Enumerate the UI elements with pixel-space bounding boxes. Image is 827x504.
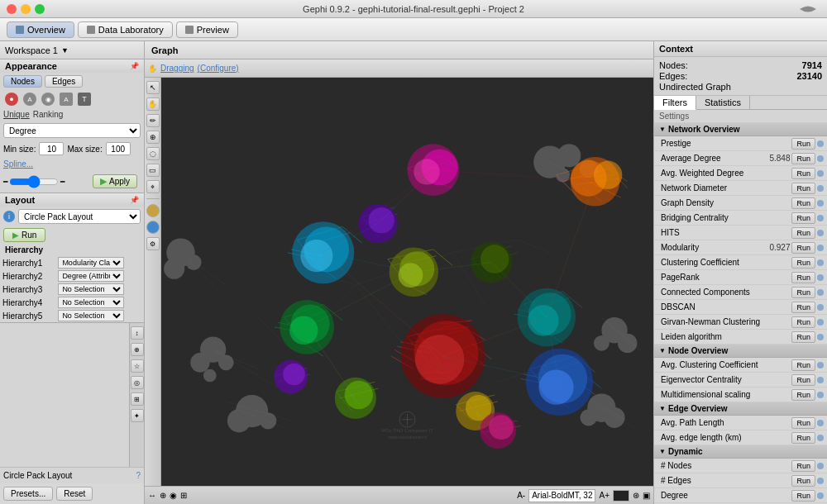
filters-tab[interactable]: Filters <box>654 96 696 110</box>
graph-tool-pencil[interactable]: ✏ <box>146 114 160 127</box>
dynamic-degree-run-btn[interactable]: Run <box>791 490 815 502</box>
avg-clustering-run-btn[interactable]: Run <box>791 359 815 371</box>
layout-help-icon[interactable]: ? <box>136 471 141 480</box>
center-area: Graph ✋ Dragging (Configure) ↖ ✋ ✏ ⊕ ◌ ▭… <box>145 41 653 504</box>
graph-density-run-btn[interactable]: Run <box>791 197 815 209</box>
min-size-input[interactable] <box>39 142 64 155</box>
overview-tab[interactable]: Overview <box>7 21 74 38</box>
attribute-select[interactable]: Degree <box>3 123 141 138</box>
tool-btn-1[interactable]: ↕ <box>131 326 144 340</box>
nodes-tab[interactable]: Nodes <box>3 75 42 88</box>
tool-btn-2[interactable]: ⊕ <box>131 343 144 356</box>
label-icon[interactable]: A <box>23 93 36 106</box>
maximize-button[interactable] <box>35 4 45 14</box>
close-button[interactable] <box>7 4 17 14</box>
multidim-run-btn[interactable]: Run <box>791 389 815 401</box>
graph-tool-drag[interactable]: ✋ <box>146 97 160 111</box>
girvan-run-btn[interactable]: Run <box>791 316 815 328</box>
tool-btn-6[interactable]: ✦ <box>131 409 144 422</box>
dynamic-header: ▼ Dynamic <box>654 445 827 459</box>
dynamic-nodes-dot <box>817 463 824 469</box>
layout-select[interactable]: Circle Pack Layout <box>18 209 141 224</box>
hierarchy5-select[interactable]: No Selection <box>58 310 124 321</box>
avg-path-run-btn[interactable]: Run <box>791 417 815 429</box>
graph-tool-path[interactable]: ⌖ <box>146 180 160 193</box>
pagerank-run-btn[interactable]: Run <box>791 272 815 283</box>
dragging-label[interactable]: Dragging <box>160 64 194 73</box>
pin-icon: 📌 <box>130 62 139 70</box>
edges-tab[interactable]: Edges <box>45 75 83 88</box>
appearance-header[interactable]: Appearance 📌 <box>0 59 144 73</box>
font-selector[interactable]: Arial-BoldMT, 32 <box>528 489 595 502</box>
graph-tool-zoom[interactable]: ⊕ <box>146 131 160 144</box>
dbscan-run-btn[interactable]: Run <box>791 302 815 313</box>
spline-link[interactable]: Spline... <box>3 159 33 169</box>
layout-selector[interactable]: Circle Pack Layout <box>18 209 141 224</box>
dynamic-nodes-run-btn[interactable]: Run <box>791 460 815 472</box>
avg-clustering-row: Avg. Clustering Coefficient Run <box>654 358 827 373</box>
bottom-extra-2[interactable]: ▣ <box>643 491 650 500</box>
tool-btn-4[interactable]: ◎ <box>131 376 144 389</box>
tool-btn-3[interactable]: ☆ <box>131 359 144 373</box>
hits-run-btn[interactable]: Run <box>791 227 815 239</box>
color-slider[interactable] <box>9 175 59 188</box>
minimize-button[interactable] <box>21 4 31 14</box>
ranking-tab[interactable]: Ranking <box>33 110 64 119</box>
bottom-tool-4[interactable]: ⊞ <box>180 491 187 500</box>
avg-degree-run-btn[interactable]: Run <box>791 153 815 164</box>
prestige-dot <box>817 140 824 147</box>
reset-button[interactable]: Reset <box>56 487 93 501</box>
graph-tool-select[interactable]: ▭ <box>146 164 160 177</box>
modularity-run-btn[interactable]: Run <box>791 242 815 254</box>
hierarchy2-select[interactable]: Degree (Attribute) <box>58 270 124 282</box>
hierarchy4-select[interactable]: No Selection <box>58 297 124 308</box>
hierarchy3-select[interactable]: No Selection <box>58 283 124 295</box>
graph-tool-cursor[interactable]: ↖ <box>146 81 160 94</box>
clustering-run-btn[interactable]: Run <box>791 257 815 269</box>
dynamic-edges-run-btn[interactable]: Run <box>791 475 815 487</box>
titlebar: Gephi 0.9.2 - gephi-tutorial-final-resul… <box>0 0 827 18</box>
bottom-tool-3[interactable]: ◉ <box>170 491 177 500</box>
avg-edge-run-btn[interactable]: Run <box>791 432 815 444</box>
bottom-tool-2[interactable]: ⊕ <box>160 491 166 500</box>
configure-label[interactable]: (Configure) <box>198 64 239 73</box>
data-laboratory-tab[interactable]: Data Laboratory <box>78 21 173 38</box>
label-size-icon[interactable]: A <box>60 93 73 106</box>
bottom-extra-1[interactable]: ⊛ <box>633 491 639 500</box>
right-panel: Context Nodes: 7914 Edges: 23140 Undirec… <box>653 41 827 504</box>
avg-weighted-run-btn[interactable]: Run <box>791 168 815 179</box>
unique-tab[interactable]: Unique <box>3 110 30 119</box>
statistics-tab[interactable]: Statistics <box>696 96 750 109</box>
max-size-input[interactable] <box>106 142 131 155</box>
network-diameter-run-btn[interactable]: Run <box>791 183 815 194</box>
label-color-icon[interactable]: T <box>78 93 91 106</box>
hierarchy1-select[interactable]: Modularity Clas... <box>58 257 124 269</box>
graph-tool-orange[interactable] <box>146 204 160 217</box>
attribute-selector[interactable]: Degree <box>3 123 141 138</box>
eigenvector-run-btn[interactable]: Run <box>791 374 815 386</box>
preview-tab[interactable]: Preview <box>176 21 238 38</box>
bottom-tool-1[interactable]: ↔ <box>148 491 156 500</box>
presets-button[interactable]: Presets... <box>3 487 53 501</box>
svg-point-15 <box>218 354 234 370</box>
prestige-run-btn[interactable]: Run <box>791 138 815 150</box>
color-node-icon[interactable]: ● <box>5 93 18 106</box>
run-button[interactable]: ▶ Run <box>3 228 45 242</box>
network-diameter-dot <box>817 185 824 192</box>
graph-tool-lasso[interactable]: ◌ <box>146 147 160 160</box>
graph-tool-extra[interactable]: ⚙ <box>146 237 160 250</box>
avg-clustering-dot <box>817 362 824 368</box>
multidim-dot <box>817 392 824 398</box>
leiden-run-btn[interactable]: Run <box>791 331 815 343</box>
bridging-run-btn[interactable]: Run <box>791 212 815 224</box>
edges-stat-row: Edges: 23140 <box>659 71 822 81</box>
size-icon[interactable]: ◉ <box>41 93 55 106</box>
tool-btn-5[interactable]: ⊞ <box>131 392 144 406</box>
layout-header[interactable]: Layout 📌 <box>0 193 144 207</box>
apply-button[interactable]: ▶ Apply <box>93 174 137 188</box>
color-picker[interactable] <box>613 490 629 502</box>
run-icon: ▶ <box>12 231 19 240</box>
connected-run-btn[interactable]: Run <box>791 287 815 298</box>
multidim-row: Multidimensional scaling Run <box>654 388 827 402</box>
graph-tool-blue[interactable] <box>146 221 160 234</box>
